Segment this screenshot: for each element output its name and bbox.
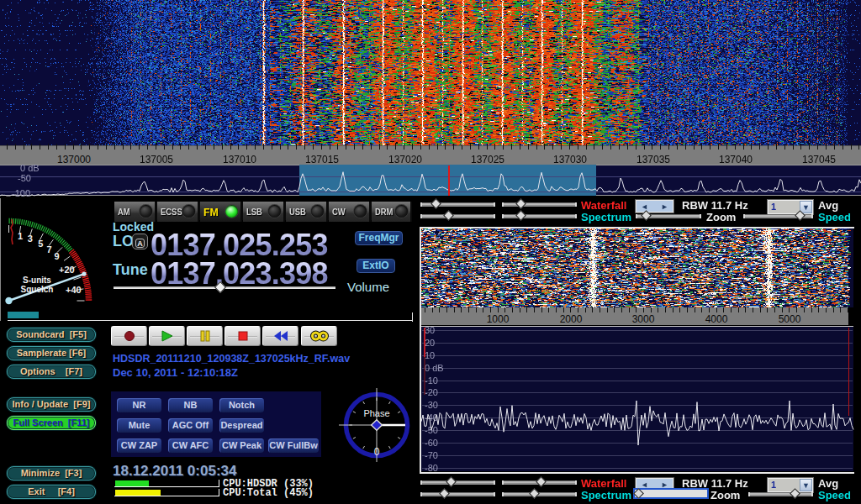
svg-text:5: 5: [38, 239, 43, 249]
svg-text:1: 1: [18, 231, 23, 241]
svg-text:7: 7: [46, 244, 51, 255]
svg-text:+40: +40: [66, 285, 82, 295]
svg-text:+20: +20: [59, 265, 75, 275]
svg-text:Phase: Phase: [363, 408, 389, 418]
svg-text:S-units: S-units: [23, 276, 51, 285]
svg-text:3: 3: [28, 234, 33, 244]
svg-text:0: 0: [374, 446, 380, 458]
svg-text:Squelch: Squelch: [21, 285, 54, 294]
svg-text:9: 9: [54, 251, 59, 261]
